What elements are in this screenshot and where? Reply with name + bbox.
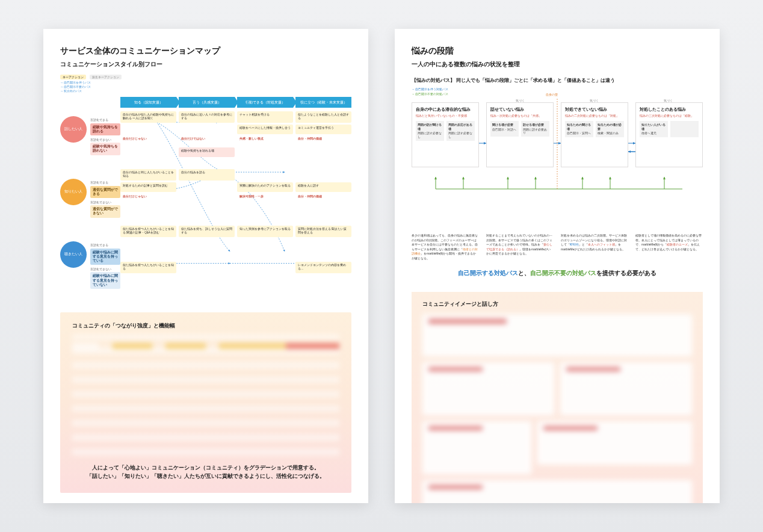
persona-2: 聴きたい人言語化できる経験や悩みに関する意見を持っている言語化できない経験や悩み… [60, 241, 120, 299]
page-title: サービス全体のコミュニケーションマップ [60, 46, 351, 57]
stage-desc: 多少の違和感はあっても、自身の悩みに無自覚なのが悩みの0次段階。このフェーズのユ… [412, 234, 479, 261]
lane-cell: 似たようなことを経験した人と会話する [295, 111, 351, 123]
section-flow-title: コミュニケーションスタイル別フロー [60, 60, 351, 69]
lane-row: 似た悩みを持つ人たちがいることを知る 関連の記事・Q&Aを読む似た悩みを持ち、詳… [120, 226, 351, 237]
lane-cell: 自分だけじゃない [120, 135, 176, 145]
lane-cell: 似た悩みを持つ人たちがいることを知る 関連の記事・Q&Aを読む [120, 226, 176, 237]
lane-row: 似た悩みを持つ人たちがいることを知るレコメンドコンテンツの内容を褒める… [120, 262, 351, 273]
page-subtitle: 一人の中にある複数の悩みの状況を整理 [412, 60, 703, 69]
stage-2: 対処できていない悩み悩みの二次対処に必要なものは「対処」知るための聞ける場自己開… [561, 102, 628, 167]
lane-cell: コミュニティ運営を手伝う [295, 125, 351, 134]
persona-1: 知りたい人言語化できる適切な質問ができる言語化できない適切な質問ができない [60, 179, 120, 237]
phase-0: 知る（認知支援） [120, 97, 176, 108]
section-gradient-title: コミュニティの「つながり強度」と機能幅 [72, 322, 339, 330]
lane-cell [179, 262, 235, 273]
lane-cell [120, 125, 176, 134]
gradient-blurred-content [72, 335, 339, 455]
phase-header: 知る（認知支援）言う（共感支援）行動できる（対処支援）役に立つ（経験・未来支援） [120, 97, 351, 108]
lane-cell [179, 182, 235, 192]
lane-row: 自分の悩みが似た人の経験や気持ちに触れる ー人に話を聞く自分の悩みに近い人々の対… [120, 111, 351, 123]
lane-cell: 自分の悩みを語る [179, 169, 235, 181]
lane-row: 自分の悩みと同じ人たちがいることを知る自分の悩みを語る [120, 169, 351, 181]
persona-circle: 知りたい人 [60, 179, 87, 205]
stage-0: 自身の中にある潜在的な悩み悩みだと気付いていないもの・不安感周囲の話が聞ける場周… [412, 102, 479, 167]
right-document-page: 悩みの段階 一人の中にある複数の悩みの状況を整理 【悩みの対処パス】 同じ人でも… [395, 29, 720, 503]
lane-cell [295, 147, 351, 157]
lane-cell [120, 147, 176, 157]
phase-1: 言う（共感支援） [179, 97, 235, 108]
lane-cell: 自分だけじゃない [120, 193, 176, 203]
lane-cell [237, 169, 293, 181]
persona-circle: 話したい人 [60, 116, 87, 143]
lane-cell: チャット相談を受ける [237, 111, 293, 123]
lane-cell: 実際に解決のためのアクションを取る [237, 182, 293, 192]
flow-diagram: 話したい人言語化できる経験や気持ちを語れる言語化できない経験や気持ちを語れない知… [60, 97, 351, 304]
lane-cell [179, 125, 235, 134]
lane-cell: 自分だけではない [179, 135, 235, 145]
legend-chips: キーアクション 派生キーアクション [60, 75, 351, 79]
lane-cell: 自分の悩みに近い人々の対応を参考にする [179, 111, 235, 123]
flow-persona-column: 話したい人言語化できる経験や気持ちを語れる言語化できない経験や気持ちを語れない知… [60, 97, 120, 304]
stage-row: 自身の中にある潜在的な悩み悩みだと気付いていないもの・不安感周囲の話が聞ける場周… [412, 102, 703, 167]
lane-cell [179, 193, 235, 203]
conclusion-line: 自己開示する対処パスと、自己開示不要の対処パスを提供する必要がある [412, 269, 703, 277]
lane-cell: 経験をベースにした情報・提供し合う [237, 125, 293, 134]
stage-desc: 経験者として場の情報価値を高めるのに必要な存在。本人にとって悩みとしては薄まって… [635, 234, 703, 261]
lane-cell: 解決可能性・一歩 [237, 193, 293, 203]
lane-cell [237, 147, 293, 157]
lane-cell [237, 262, 293, 273]
lane-cell: 自分の悩みと同じ人たちがいることを知る [120, 169, 176, 181]
stage-diagram: 自身の壁 [412, 99, 703, 231]
lane-cell: 質問に対処方法を答える 聞きたい質問を答える [295, 226, 351, 237]
lane-row: 自分だけじゃない自分だけではない共感・新しい視点自分・仲間の価値 [120, 135, 351, 145]
persona-0: 話したい人言語化できる経験や気持ちを語れる言語化できない経験や気持ちを語れない [60, 116, 120, 174]
stage-descriptions: 多少の違和感はあっても、自身の悩みに無自覚なのが悩みの0次段階。このフェーズのユ… [412, 234, 703, 261]
phase-2: 行動できる（対処支援） [237, 97, 293, 108]
lane-cell: 似た悩みを持つ人たちがいることを知る [120, 262, 176, 273]
community-image-panel: コミュニティイメージと話し方 [412, 292, 703, 503]
lane-row: 自分だけじゃない解決可能性・一歩自分・仲間の価値 [120, 193, 351, 203]
lane-row: 対処するための記事と質問を読む実際に解決のためのアクションを取る経験を人に話す [120, 182, 351, 192]
lane-cell: 対処するための記事と質問を読む [120, 182, 176, 192]
lane-cell: 知った実例を参考にアクションを取る [237, 226, 293, 237]
center-tag: 自身の壁 [546, 93, 558, 96]
gradient-caption: 人によって「心地よい」コミュニケーション（コミュニティ）をグラデーションで用意す… [72, 463, 339, 481]
lane-cell: レコメンドコンテンツの内容を褒める… [295, 262, 351, 273]
lane-row: 経験や気持ちを辿れる場 [120, 147, 351, 157]
legend-flow-lines: → 自己開示を伴うパス → 自己開示不要のパス → 双方向のパス [60, 81, 351, 93]
persona-circle: 聴きたい人 [60, 241, 87, 268]
community-image-title: コミュニティイメージと話し方 [422, 300, 692, 308]
stage-desc: 対処することまで考えられていないのが悩みの一次段階。本サービスで扱う悩みの多くは… [486, 234, 554, 261]
stage-desc: 対処を求めるのは悩みの二次段階。サービス体験のボリュームゾーンになり得る。環境や… [561, 234, 628, 261]
lane-cell: 自分・仲間の価値 [295, 135, 351, 145]
stage-note: 【悩みの対処パス】 同じ人でも「悩みの段階」ごとに「求める場」と「価値あること」… [412, 77, 703, 84]
lane-row: 経験をベースにした情報・提供し合うコミュニティ運営を手伝う [120, 125, 351, 134]
stage-1: 話せていない悩み悩み一次対処に必要なものは「共感」聞ける場が必要自己開示・対話へ… [486, 102, 554, 167]
left-document-page: サービス全体のコミュニケーションマップ コミュニケーションスタイル別フロー キー… [43, 29, 368, 503]
lane-cell: 自分・仲間の価値 [295, 193, 351, 203]
stage-3: 対処したことのある悩み悩みの三次対処に必要なものは「経験」知りたい人がいる場他者… [635, 102, 703, 167]
lane-cell: 経験を人に話す [295, 182, 351, 192]
chip-derived-action: 派生キーアクション [90, 75, 122, 79]
lane-cell: 経験や気持ちを辿れる場 [179, 147, 235, 157]
flow-lane-column: 知る（認知支援）言う（共感支援）行動できる（対処支援）役に立つ（経験・未来支援） [120, 97, 351, 304]
lane-cell: 共感・新しい視点 [237, 135, 293, 145]
community-blurred-content [422, 314, 692, 503]
lane-grid: 自分の悩みが似た人の経験や気持ちに触れる ー人に話を聞く自分の悩みに近い人々の対… [120, 111, 351, 304]
lane-cell: 自分の悩みが似た人の経験や気持ちに触れる ー人に話を聞く [120, 111, 176, 123]
chip-key-action: キーアクション [60, 75, 86, 79]
lane-cell: 似た悩みを持ち、詳しそうな人に質問する [179, 226, 235, 237]
phase-3: 役に立つ（経験・未来支援） [295, 97, 351, 108]
gradient-panel: コミュニティの「つながり強度」と機能幅 人によって「心地よい」コミュニケーション… [60, 312, 351, 493]
page-title: 悩みの段階 [412, 46, 703, 57]
lane-cell [295, 169, 351, 181]
